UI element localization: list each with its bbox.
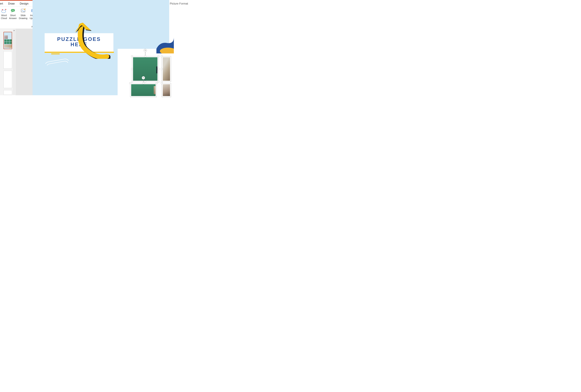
scroll-up-icon <box>13 30 15 31</box>
resize-handle[interactable] <box>156 82 158 84</box>
tab-design[interactable]: Design <box>20 1 29 6</box>
resize-handle[interactable] <box>142 82 144 84</box>
selected-object-1[interactable] <box>132 56 158 82</box>
svg-point-5 <box>13 10 13 11</box>
title-underline-accent <box>51 53 60 54</box>
resize-handle[interactable] <box>161 68 163 70</box>
short-answer-icon <box>10 8 16 13</box>
rotate-handle[interactable] <box>142 76 145 79</box>
app-root: ert Draw Design Transitions Animations S… <box>0 0 169 95</box>
resize-handle[interactable] <box>161 82 163 84</box>
slide-thumbnail-1[interactable] <box>4 32 12 49</box>
selected-object-3[interactable] <box>130 83 157 97</box>
decorative-blob <box>155 37 174 53</box>
thumbnail-scrollbar[interactable] <box>13 29 15 95</box>
resize-handle[interactable] <box>158 81 160 83</box>
resize-handle[interactable] <box>129 82 131 84</box>
rotate-handle[interactable] <box>144 49 147 52</box>
title-underline <box>44 52 114 53</box>
slide-title-box[interactable]: PUZZLE GOESHERE <box>44 33 114 53</box>
slide-thumbnail-4[interactable] <box>4 90 12 95</box>
btn-word-cloud[interactable]: Word Cloud <box>0 8 8 23</box>
tab-picture-format[interactable]: Picture Format <box>170 1 188 6</box>
resize-handle[interactable] <box>158 55 160 57</box>
resize-handle[interactable] <box>144 55 146 57</box>
slide-thumbnail-pane <box>0 29 16 95</box>
btn-label: Slide Drawing <box>19 14 27 20</box>
word-cloud-icon <box>1 8 6 13</box>
resize-handle[interactable] <box>158 68 160 70</box>
resize-handle[interactable] <box>131 55 133 57</box>
tab-insert[interactable]: ert <box>0 1 3 6</box>
selected-object-2[interactable] <box>162 56 171 82</box>
slide-title-text: PUZZLE GOESHERE <box>44 33 114 47</box>
resize-handle[interactable] <box>131 68 133 70</box>
resize-handle[interactable] <box>144 81 146 83</box>
svg-point-4 <box>12 10 12 11</box>
svg-point-1 <box>2 9 3 10</box>
resize-handle[interactable] <box>161 55 163 57</box>
btn-slide-drawing[interactable]: Slide Drawing <box>18 8 28 23</box>
tab-draw[interactable]: Draw <box>8 1 15 6</box>
slide-thumbnail-2[interactable] <box>4 51 12 68</box>
svg-point-2 <box>5 9 6 10</box>
svg-point-0 <box>2 10 6 13</box>
btn-label: Word Cloud <box>1 14 7 20</box>
btn-label: Short Answer <box>9 14 17 20</box>
svg-point-6 <box>14 10 14 11</box>
resize-handle[interactable] <box>131 81 133 83</box>
slide-thumbnail-3[interactable] <box>4 71 12 88</box>
slide-drawing-icon <box>20 8 26 13</box>
btn-short-answer[interactable]: Short Answer <box>8 8 18 23</box>
selected-object-4[interactable] <box>162 83 171 97</box>
